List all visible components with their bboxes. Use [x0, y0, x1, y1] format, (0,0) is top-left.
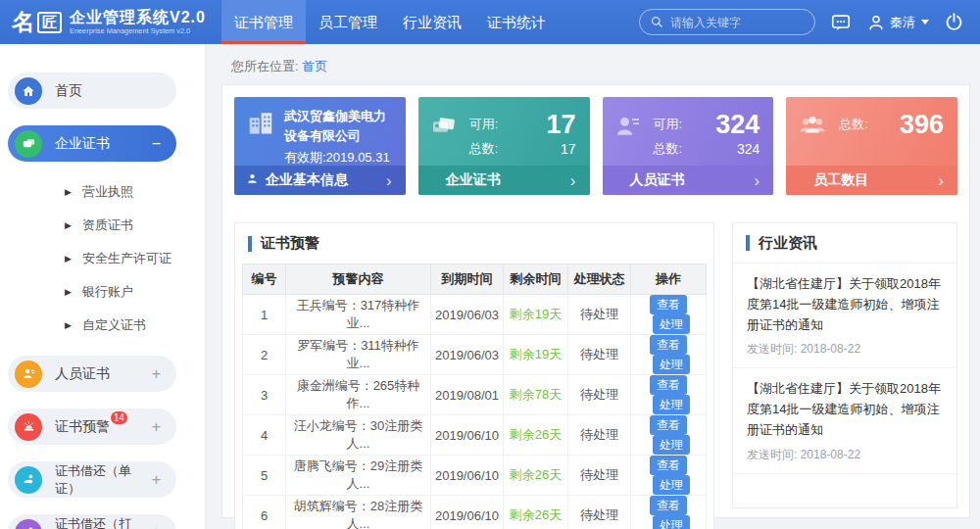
- cert-alert-title: 证书预警: [261, 234, 319, 253]
- hand-holding-icon: [15, 519, 42, 529]
- view-button[interactable]: 查看: [650, 375, 687, 395]
- sidebar-item-cert-borrow-pack[interactable]: 证书借还（打包） +: [8, 514, 176, 529]
- sidebar-item-person-cert[interactable]: 人员证书 +: [8, 356, 176, 392]
- logout-power-icon[interactable]: [944, 12, 964, 32]
- cert-alert-panel: 证书预警 编号 预警内容 到期时间 剩余时间 处理状态 操作: [234, 222, 714, 529]
- company-cert-card: 可用: 17 总数: 17 企业证书 ›: [418, 97, 590, 195]
- sidebar-subitem-bank-account[interactable]: ▶ 银行账户: [65, 275, 205, 309]
- handle-button[interactable]: 处理: [653, 435, 690, 455]
- sidebar-subitem-qualification-cert[interactable]: ▶ 资质证书: [65, 209, 205, 242]
- cell-content: 王兵编号：317特种作业...: [286, 295, 431, 335]
- sidebar-item-cert-alert[interactable]: 证书预警14 +: [8, 409, 176, 445]
- cell-due: 2019/06/10: [431, 496, 504, 529]
- person-cert-card: 可用: 324 总数: 324 人员证书 ›: [603, 97, 774, 195]
- news-item[interactable]: 【湖北省住建厅】关于领取2018年度第14批一级建造师初始、增项注册证书的通知 …: [733, 264, 956, 368]
- collapse-minus-icon[interactable]: −: [152, 136, 161, 152]
- view-button[interactable]: 查看: [650, 456, 687, 475]
- sidebar-subitem-safety-permit[interactable]: ▶ 安全生产许可证: [65, 242, 205, 275]
- cell-status: 待处理: [568, 335, 631, 375]
- cell-no: 6: [243, 496, 286, 529]
- total-value: 324: [737, 139, 760, 159]
- cell-due: 2019/06/10: [431, 415, 504, 456]
- app-window: 名 匠 企业管理系统V2.0 Eneerprise Management Sys…: [0, 0, 980, 529]
- search-box[interactable]: [639, 9, 815, 35]
- company-validity: 有效期:2019.05.31: [284, 149, 396, 167]
- handle-button[interactable]: 处理: [653, 355, 690, 374]
- person-cert-link[interactable]: 人员证书 ›: [603, 166, 774, 195]
- news-item[interactable]: 【湖北省住建厅】关于领取2018年度第14批一级建造师初始、增项注册证书的通知 …: [733, 368, 956, 473]
- handle-button[interactable]: 处理: [653, 395, 690, 414]
- triangle-right-icon: ▶: [65, 321, 72, 330]
- sidebar-item-cert-borrow-single[interactable]: 证书借还（单证） +: [8, 461, 176, 498]
- news-item-time: 发送时间: 2018-08-22: [747, 447, 943, 463]
- cert-alert-label: 证书预警: [55, 418, 110, 434]
- table-row: 3 康金洲编号：265特种作... 2019/08/01 剩余78天 待处理 查…: [243, 375, 707, 415]
- logo-char-1: 名: [12, 11, 34, 33]
- col-header-content: 预警内容: [286, 264, 431, 295]
- building-icon: [246, 107, 275, 167]
- search-icon: [650, 15, 664, 29]
- alarm-icon: [15, 413, 42, 441]
- cell-content: 康金洲编号：265特种作...: [286, 375, 431, 415]
- handle-button[interactable]: 处理: [653, 475, 690, 495]
- tab-industry-news[interactable]: 行业资讯: [390, 0, 474, 44]
- expand-plus-icon[interactable]: +: [152, 525, 161, 529]
- col-header-status: 处理状态: [568, 264, 631, 295]
- expand-plus-icon[interactable]: +: [152, 419, 161, 435]
- employees-link[interactable]: 员工数目 ›: [786, 166, 957, 195]
- handle-button[interactable]: 处理: [653, 515, 690, 529]
- cell-no: 2: [243, 335, 286, 375]
- employees-card: 总数: 396 员工数目 ›: [786, 97, 957, 195]
- sidebar-subitem-business-license[interactable]: ▶ 营业执照: [65, 175, 205, 209]
- username: 秦清: [890, 14, 915, 31]
- company-cert-link[interactable]: 企业证书 ›: [418, 166, 590, 195]
- cell-content: 胡筑辉编号：28注册类人...: [286, 496, 431, 529]
- breadcrumb-home-link[interactable]: 首页: [302, 59, 327, 73]
- cell-due: 2019/08/01: [431, 375, 504, 415]
- available-label: 可用:: [654, 116, 683, 133]
- view-button[interactable]: 查看: [650, 496, 687, 515]
- view-button[interactable]: 查看: [650, 335, 687, 355]
- message-icon[interactable]: [830, 12, 852, 33]
- expand-plus-icon[interactable]: +: [152, 472, 161, 488]
- company-info-link[interactable]: 企业基本信息 ›: [234, 166, 406, 195]
- app-subtitle: Eneerprise Management System v2.0: [70, 26, 195, 34]
- total-value: 17: [561, 139, 576, 159]
- total-label: 总数:: [469, 140, 499, 158]
- cell-remain: 剩余26天: [504, 415, 568, 456]
- handle-button[interactable]: 处理: [653, 314, 690, 334]
- stat-cards: 武汉贸鑫伽美电力设备有限公司 有效期:2019.05.31 企业基本信息 ›: [234, 97, 957, 195]
- accent-bar: [746, 235, 750, 251]
- certificate-icon: [15, 130, 42, 158]
- sidebar-item-home[interactable]: 首页: [8, 72, 176, 109]
- available-label: 可用:: [469, 116, 499, 133]
- logo: 名 匠 企业管理系统V2.0 Eneerprise Management Sys…: [0, 0, 221, 44]
- sidebar-item-company-cert[interactable]: 企业证书 −: [8, 125, 176, 162]
- user-menu[interactable]: 秦清: [866, 13, 929, 32]
- cell-actions: 查看处理: [631, 335, 707, 375]
- chevron-right-icon: ›: [386, 172, 392, 189]
- cell-actions: 查看处理: [631, 456, 707, 496]
- breadcrumb-prefix: 您所在位置:: [231, 59, 299, 73]
- logo-char-2: 匠: [37, 12, 62, 33]
- card-footer-label: 企业证书: [446, 171, 501, 189]
- search-input[interactable]: [670, 16, 805, 29]
- person-small-icon: [246, 172, 259, 188]
- main-nav: 证书管理 员工管理 行业资讯 证书统计: [221, 0, 559, 44]
- tab-employee-management[interactable]: 员工管理: [306, 0, 390, 44]
- sidebar-subitem-custom-cert[interactable]: ▶ 自定义证书: [65, 309, 205, 342]
- cell-status: 待处理: [568, 295, 631, 335]
- cell-due: 2019/06/10: [431, 456, 504, 496]
- tab-cert-management[interactable]: 证书管理: [221, 0, 306, 44]
- sub-item-label: 资质证书: [82, 216, 133, 234]
- industry-news-panel: 行业资讯 【湖北省住建厅】关于领取2018年度第14批一级建造师初始、增项注册证…: [732, 222, 957, 508]
- industry-news-title: 行业资讯: [759, 234, 817, 253]
- logo-text: 企业管理系统V2.0 Eneerprise Management System …: [70, 9, 206, 35]
- expand-plus-icon[interactable]: +: [152, 366, 161, 382]
- view-button[interactable]: 查看: [650, 415, 687, 435]
- top-header: 名 匠 企业管理系统V2.0 Eneerprise Management Sys…: [0, 0, 980, 44]
- news-item-time: 发送时间: 2018-08-22: [747, 341, 943, 358]
- col-header-no: 编号: [243, 264, 286, 295]
- view-button[interactable]: 查看: [650, 295, 687, 314]
- tab-cert-statistics[interactable]: 证书统计: [474, 0, 559, 44]
